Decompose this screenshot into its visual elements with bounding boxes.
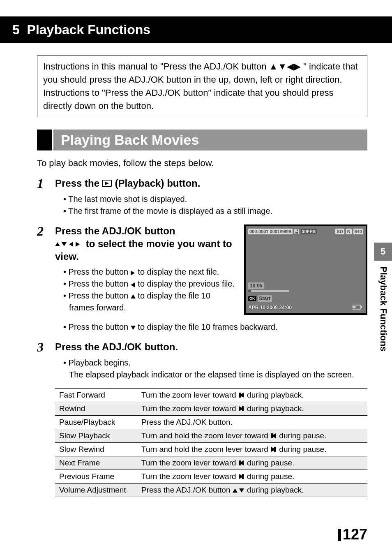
list-item: The last movie shot is displayed. bbox=[63, 193, 367, 205]
control-label: Pause/Playback bbox=[55, 416, 137, 429]
page-number-value: 127 bbox=[343, 526, 367, 543]
step-1: 1 Press the (Playback) button. bbox=[37, 177, 367, 190]
lcd-progress-bar bbox=[248, 290, 289, 292]
table-row: Slow PlaybackTurn and hold the zoom leve… bbox=[55, 429, 367, 443]
arrow-left-icon bbox=[131, 282, 136, 287]
step-1-title-post: (Playback) button. bbox=[112, 178, 201, 189]
chapter-number: 5 bbox=[12, 22, 20, 37]
floppy-icon bbox=[294, 229, 299, 234]
tele-icon bbox=[238, 392, 245, 398]
table-row: Previous FrameTurn the zoom lever toward… bbox=[55, 470, 367, 484]
tele-icon bbox=[270, 433, 277, 439]
section-heading-title: Playing Back Movies bbox=[53, 130, 367, 150]
page-number: 127 bbox=[338, 526, 367, 543]
tele-icon bbox=[238, 460, 245, 466]
step-2-number: 2 bbox=[37, 224, 55, 238]
wide-icon bbox=[270, 446, 277, 453]
list-item: Press the button to display the file 10 … bbox=[63, 290, 236, 314]
lcd-start-prompt: OK Start bbox=[248, 295, 272, 302]
control-desc: Press the ADJ./OK button during playback… bbox=[137, 484, 367, 497]
bullet-text: to display the previous file. bbox=[136, 279, 235, 288]
page-number-bar bbox=[338, 529, 341, 541]
arrow-up-icon bbox=[131, 294, 136, 299]
instruction-box: Instructions in this manual to "Press th… bbox=[37, 56, 367, 117]
step-2-bullets-cont: Press the button to display the file 10 … bbox=[63, 321, 367, 333]
side-tab: 5 Playback Functions bbox=[374, 243, 392, 399]
step-3-note: The elapsed playback indicator or the el… bbox=[69, 369, 354, 381]
list-item: Playback begins. The elapsed playback in… bbox=[63, 357, 367, 381]
table-row: Slow RewindTurn and hold the zoom lever … bbox=[55, 443, 367, 456]
control-label: Slow Playback bbox=[55, 429, 137, 443]
control-desc: Turn and hold the zoom lever toward duri… bbox=[137, 429, 367, 443]
bullet-text: Press the button bbox=[69, 291, 131, 300]
control-label: Volume Adjustment bbox=[55, 484, 137, 497]
lcd-date: APR 10 2009 24:00 bbox=[248, 305, 292, 310]
list-item: The first frame of the movie is displaye… bbox=[63, 205, 367, 217]
control-desc: Turn the zoom lever toward during playba… bbox=[137, 402, 367, 416]
table-row: Volume AdjustmentPress the ADJ./OK butto… bbox=[55, 484, 367, 497]
control-label: Previous Frame bbox=[55, 470, 137, 484]
bullet-text: Press the button bbox=[69, 267, 131, 276]
list-item: Press the button to display the next fil… bbox=[63, 266, 236, 278]
step-1-title: Press the (Playback) button. bbox=[55, 177, 200, 190]
lcd-sd-badge: SD bbox=[335, 229, 344, 234]
arrow-down-icon bbox=[131, 326, 136, 331]
lcd-ok-badge: OK bbox=[248, 296, 256, 301]
control-desc: Turn the zoom lever toward during pause. bbox=[137, 456, 367, 470]
table-row: Next FrameTurn the zoom lever toward dur… bbox=[55, 456, 367, 470]
list-item: Press the button to display the previous… bbox=[63, 278, 236, 290]
step-2-title: Press the ADJ./OK button to select the m… bbox=[55, 224, 236, 263]
control-desc: Press the ADJ./OK button. bbox=[137, 416, 367, 429]
bullet-text: Playback begins. bbox=[69, 358, 131, 367]
table-row: Fast ForwardTurn the zoom lever toward d… bbox=[55, 389, 367, 402]
section-heading-marker bbox=[37, 130, 52, 150]
list-item: Press the button to display the file 10 … bbox=[63, 321, 367, 333]
control-label: Fast Forward bbox=[55, 389, 137, 402]
lcd-start-label: Start bbox=[258, 295, 272, 302]
arrow-right-icon bbox=[131, 271, 136, 275]
side-tab-number: 5 bbox=[374, 243, 392, 261]
battery-icon bbox=[353, 304, 362, 310]
lcd-size-badge: 640 bbox=[353, 229, 363, 234]
bullet-text: to display the file 10 frames backward. bbox=[136, 322, 278, 331]
four-arrows-icon bbox=[55, 240, 83, 249]
control-desc: Turn the zoom lever toward during pause. bbox=[137, 470, 367, 484]
step-1-title-pre: Press the bbox=[55, 178, 102, 189]
control-label: Rewind bbox=[55, 402, 137, 416]
step-1-bullets: The last movie shot is displayed. The fi… bbox=[63, 193, 367, 217]
controls-table: Fast ForwardTurn the zoom lever toward d… bbox=[55, 388, 367, 497]
table-row: Pause/PlaybackPress the ADJ./OK button. bbox=[55, 416, 367, 429]
bullet-text: Press the button bbox=[69, 279, 131, 288]
control-desc: Turn the zoom lever toward during playba… bbox=[137, 389, 367, 402]
step-1-number: 1 bbox=[37, 177, 55, 190]
bullet-text: to display the next file. bbox=[136, 267, 219, 276]
step-3-bullets: Playback begins. The elapsed playback in… bbox=[63, 357, 367, 381]
step-3: 3 Press the ADJ./OK button. bbox=[37, 340, 367, 354]
lcd-quality-badge: N bbox=[346, 229, 352, 234]
lcd-file-counter: 000-0001 0001/9999 bbox=[248, 229, 293, 234]
step-2-bullets: Press the button to display the next fil… bbox=[63, 266, 236, 314]
step-3-title: Press the ADJ./OK button. bbox=[55, 340, 178, 353]
up-down-arrows-icon bbox=[233, 488, 245, 493]
instruction-text: Instructions in this manual to "Press th… bbox=[43, 61, 358, 111]
table-row: RewindTurn the zoom lever toward during … bbox=[55, 402, 367, 416]
wide-icon bbox=[238, 405, 245, 412]
section-heading: Playing Back Movies bbox=[37, 130, 367, 150]
step-2: 2 Press the ADJ./OK button to select the… bbox=[37, 224, 236, 263]
chapter-header: 5 Playback Functions bbox=[0, 16, 392, 43]
bullet-text: Press the button bbox=[69, 322, 131, 331]
step-2-title-line1: Press the ADJ./OK button bbox=[55, 225, 175, 236]
control-label: Next Frame bbox=[55, 456, 137, 470]
playback-icon bbox=[102, 180, 112, 187]
step-3-number: 3 bbox=[37, 340, 55, 354]
side-tab-label: Playback Functions bbox=[374, 261, 389, 352]
wide-icon bbox=[238, 473, 245, 480]
intro-line: To play back movies, follow the steps be… bbox=[37, 158, 367, 169]
control-desc: Turn and hold the zoom lever toward duri… bbox=[137, 443, 367, 456]
control-label: Slow Rewind bbox=[55, 443, 137, 456]
lcd-screenshot: 000-0001 0001/9999 30FPS SD N 640 10:05 … bbox=[244, 224, 367, 315]
lcd-fps: 30FPS bbox=[301, 229, 317, 234]
lcd-elapsed-time: 10:05 bbox=[248, 282, 264, 289]
chapter-title: Playback Functions bbox=[27, 22, 151, 37]
